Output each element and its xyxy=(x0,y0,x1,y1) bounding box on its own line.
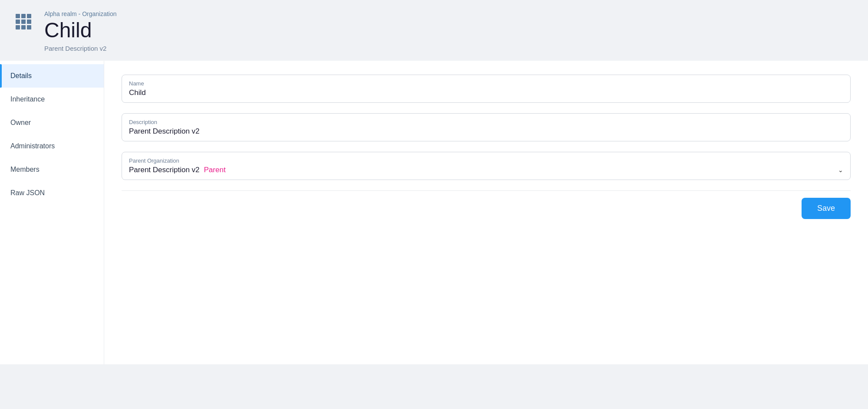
parent-org-select: Parent Description v2 Parent ⌄ xyxy=(129,166,843,174)
sidebar-item-raw-json[interactable]: Raw JSON xyxy=(0,181,104,205)
sidebar: Details Inheritance Owner Administrators… xyxy=(0,61,104,364)
grid-cell xyxy=(27,14,31,18)
sidebar-item-raw-json-label: Raw JSON xyxy=(10,189,45,196)
chevron-down-icon[interactable]: ⌄ xyxy=(838,167,843,173)
grid-cell xyxy=(21,14,26,18)
main-content: Details Inheritance Owner Administrators… xyxy=(0,61,868,364)
name-field[interactable]: Name Child xyxy=(122,75,851,103)
breadcrumb: Alpha realm - Organization xyxy=(44,10,117,17)
header-text: Alpha realm - Organization Child Parent … xyxy=(44,10,117,52)
sidebar-item-inheritance[interactable]: Inheritance xyxy=(0,88,104,111)
sidebar-item-owner[interactable]: Owner xyxy=(0,111,104,134)
sidebar-item-administrators[interactable]: Administrators xyxy=(0,134,104,158)
grid-icon xyxy=(14,12,33,31)
sidebar-item-members-label: Members xyxy=(10,166,40,173)
grid-cell xyxy=(16,20,20,24)
org-icon xyxy=(14,12,36,35)
parent-org-value: Parent Description v2 xyxy=(129,166,200,174)
parent-org-field[interactable]: Parent Organization Parent Description v… xyxy=(122,152,851,180)
save-button[interactable]: Save xyxy=(802,198,851,219)
description-field[interactable]: Description Parent Description v2 xyxy=(122,113,851,141)
grid-cell xyxy=(21,25,26,29)
sidebar-item-details-label: Details xyxy=(10,72,32,79)
header: Alpha realm - Organization Child Parent … xyxy=(0,0,868,52)
grid-cell xyxy=(27,25,31,29)
parent-org-label: Parent Organization xyxy=(129,157,843,164)
parent-org-link[interactable]: Parent xyxy=(204,166,226,174)
sidebar-item-administrators-label: Administrators xyxy=(10,142,55,150)
parent-org-values: Parent Description v2 Parent xyxy=(129,166,226,174)
sidebar-item-details[interactable]: Details xyxy=(0,64,104,88)
content-panel: Name Child Description Parent Descriptio… xyxy=(104,61,868,364)
sidebar-item-owner-label: Owner xyxy=(10,119,31,126)
content-footer: Save xyxy=(122,190,851,219)
sidebar-item-members[interactable]: Members xyxy=(0,158,104,181)
page-container: Alpha realm - Organization Child Parent … xyxy=(0,0,868,409)
description-value: Parent Description v2 xyxy=(129,127,843,136)
grid-cell xyxy=(16,25,20,29)
page-title: Child xyxy=(44,19,117,42)
page-subtitle: Parent Description v2 xyxy=(44,45,117,52)
grid-cell xyxy=(16,14,20,18)
grid-cell xyxy=(27,20,31,24)
description-label: Description xyxy=(129,119,843,125)
sidebar-item-inheritance-label: Inheritance xyxy=(10,95,45,103)
name-label: Name xyxy=(129,80,843,87)
name-value: Child xyxy=(129,88,843,97)
grid-cell xyxy=(21,20,26,24)
